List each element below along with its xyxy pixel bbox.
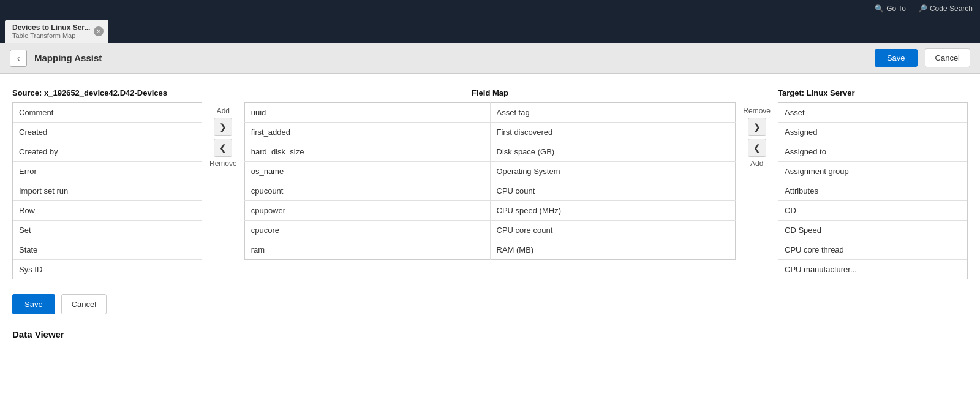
code-search-icon: 🔎 [918,4,927,13]
tab-close-button[interactable]: ✕ [94,26,104,36]
field-map-source-uuid: uuid [244,103,490,123]
target-field-asset[interactable]: Asset [778,103,967,123]
main-content: Source: x_192652_device42.D42-Devices Co… [0,74,980,418]
mapping-header: ‹ Mapping Assist Save Cancel [0,43,980,74]
target-field-cd[interactable]: CD [778,201,967,221]
field-map-container: Field Map uuid Asset tag first_added Fir… [244,88,736,260]
tab-bar: Devices to Linux Ser... Table Transform … [0,17,980,43]
top-nav: 🔍 Go To 🔎 Code Search [0,0,980,17]
table-row[interactable]: first_added First discovered [244,123,736,142]
field-map-source-disk-size: hard_disk_size [244,142,490,162]
code-search-nav-item[interactable]: 🔎 Code Search [918,4,973,13]
target-field-assigned[interactable]: Assigned [778,123,967,142]
mapping-title: Mapping Assist [34,53,867,63]
remove-left-button[interactable]: ❮ [214,139,232,157]
table-row[interactable]: cpupower CPU speed (MHz) [244,201,736,221]
source-field-comment[interactable]: Comment [13,103,202,123]
data-viewer-title: Data Viewer [12,329,968,340]
target-panel-title: Target: Linux Server [778,88,968,97]
field-map-target-asset-tag: Asset tag [490,103,736,123]
target-field-cpu-core-thread[interactable]: CPU core thread [778,240,967,260]
target-field-cpu-manufacturer[interactable]: CPU manufacturer... [778,260,967,279]
mapping-layout: Source: x_192652_device42.D42-Devices Co… [12,88,968,279]
field-map-source-os-name: os_name [244,162,490,181]
field-map-source-first-added: first_added [244,123,490,142]
source-field-created[interactable]: Created [13,123,202,142]
bottom-save-button[interactable]: Save [12,294,55,314]
field-map-source-cpupower: cpupower [244,201,490,221]
source-field-error[interactable]: Error [13,162,202,181]
tab-devices-linux[interactable]: Devices to Linux Ser... Table Transform … [5,20,108,43]
table-row[interactable]: uuid Asset tag [244,103,736,123]
source-field-state[interactable]: State [13,240,202,260]
table-row[interactable]: cpucore CPU core count [244,221,736,240]
field-map-target-disk-space: Disk space (GB) [490,142,736,162]
tab-subtitle: Table Transform Map [12,32,90,39]
field-map-title: Field Map [244,88,736,97]
source-field-import-set-run[interactable]: Import set run [13,181,202,201]
code-search-label: Code Search [930,4,973,13]
bottom-buttons: Save Cancel [12,294,968,314]
add-right-button[interactable]: ❮ [748,139,766,157]
remove-label: Remove [743,107,771,115]
field-map-target-cpu-speed: CPU speed (MHz) [490,201,736,221]
table-row[interactable]: cpucount CPU count [244,181,736,201]
source-field-list: Comment Created Created by Error Import … [12,102,202,279]
field-map-target-ram: RAM (MB) [490,240,736,260]
target-panel: Target: Linux Server Asset Assigned Assi… [778,88,968,279]
field-map-source-cpucore: cpucore [244,221,490,240]
remove-left-label: Remove [209,159,237,168]
goto-icon: 🔍 [875,4,884,13]
header-cancel-button[interactable]: Cancel [925,48,970,67]
tab-title: Devices to Linux Ser... [12,23,90,32]
source-panel-title: Source: x_192652_device42.D42-Devices [12,88,202,97]
target-field-list: Asset Assigned Assigned to Assignment gr… [778,102,968,279]
header-save-button[interactable]: Save [875,49,918,67]
source-field-created-by[interactable]: Created by [13,142,202,162]
target-field-cd-speed[interactable]: CD Speed [778,221,967,240]
source-field-set[interactable]: Set [13,221,202,240]
back-button[interactable]: ‹ [10,50,27,67]
field-map-target-first-discovered: First discovered [490,123,736,142]
add-controls: Add ❯ ❮ Remove [209,88,237,168]
field-map-target-cpu-count: CPU count [490,181,736,201]
field-map-target-cpu-core-count: CPU core count [490,221,736,240]
goto-label: Go To [886,4,906,13]
table-row[interactable]: os_name Operating System [244,162,736,181]
goto-nav-item[interactable]: 🔍 Go To [875,4,906,13]
field-map-source-ram: ram [244,240,490,260]
field-map-source-cpucount: cpucount [244,181,490,201]
bottom-cancel-button[interactable]: Cancel [61,294,107,314]
source-panel: Source: x_192652_device42.D42-Devices Co… [12,88,202,279]
add-button[interactable]: ❯ [214,118,232,136]
field-map-target-os: Operating System [490,162,736,181]
source-field-sysid[interactable]: Sys ID [13,260,202,279]
add-right-label: Add [750,159,763,168]
table-row[interactable]: hard_disk_size Disk space (GB) [244,142,736,162]
field-map-table: uuid Asset tag first_added First discove… [244,102,736,260]
table-row[interactable]: ram RAM (MB) [244,240,736,260]
target-field-assignment-group[interactable]: Assignment group [778,162,967,181]
add-label: Add [217,107,230,115]
target-field-attributes[interactable]: Attributes [778,181,967,201]
remove-right-button[interactable]: ❯ [748,118,766,136]
source-field-row[interactable]: Row [13,201,202,221]
target-field-assigned-to[interactable]: Assigned to [778,142,967,162]
remove-controls: Remove ❯ ❮ Add [743,88,771,168]
